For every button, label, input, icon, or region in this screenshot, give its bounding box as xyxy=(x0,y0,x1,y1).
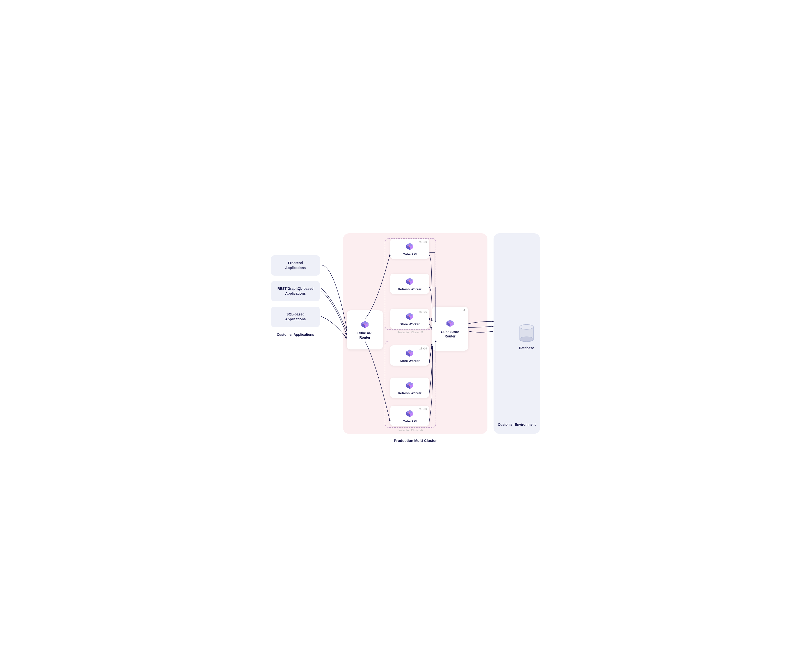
cube-api-router-box: Cube APIRouter xyxy=(347,311,383,350)
svg-point-43 xyxy=(520,324,533,329)
c2-refresh-name: Refresh Worker xyxy=(398,391,422,395)
c2-cube-api-scale: x2-x10 xyxy=(419,408,427,410)
c1-cube-api-name: Cube API xyxy=(402,252,416,256)
c1-store-scale: x2-x16 xyxy=(419,311,427,313)
c2-refresh-icon xyxy=(405,381,414,390)
cube-api-router-label: Cube APIRouter xyxy=(357,331,373,339)
sql-app-box: SQL-basedApplications xyxy=(271,307,320,327)
c2-store-name: Store Worker xyxy=(400,359,419,363)
c2-store-card: x2-x16 Store Worker xyxy=(390,345,429,366)
c2-store-icon xyxy=(405,349,414,358)
cluster-1-label: Production Cluster #1 xyxy=(397,331,423,334)
c2-cube-api-card: x2-x10 Cube API xyxy=(390,406,429,426)
c1-store-card: x2-x16 Store Worker xyxy=(390,309,429,329)
svg-point-42 xyxy=(520,337,533,342)
customer-apps-label: Customer Applications xyxy=(271,333,320,336)
c1-refresh-icon xyxy=(405,277,414,286)
c2-refresh-card: Refresh Worker xyxy=(390,378,429,398)
c1-refresh-name: Refresh Worker xyxy=(398,287,422,291)
cluster-2-label: Production Cluster #2 xyxy=(397,429,423,432)
cube-api-router-icon xyxy=(360,320,369,329)
c2-store-scale: x2-x16 xyxy=(419,347,427,350)
c1-refresh-card: Refresh Worker xyxy=(390,274,429,294)
c1-cube-api-icon xyxy=(405,242,414,251)
c2-cube-api-icon xyxy=(405,409,414,418)
c1-cube-api-scale: x2-x10 xyxy=(419,241,427,243)
c2-cube-api-name: Cube API xyxy=(402,419,416,423)
diagram-container: FrontendApplications REST/GraphQL-basedA… xyxy=(271,226,540,446)
customer-apps-section: FrontendApplications REST/GraphQL-basedA… xyxy=(271,255,320,336)
database-label: Database xyxy=(519,346,534,350)
cube-store-router-label: Cube StoreRouter xyxy=(441,330,459,338)
c1-store-name: Store Worker xyxy=(400,322,419,326)
c1-cube-api-card: x2-x10 Cube API xyxy=(390,239,429,259)
cube-store-router-box: x2 Cube StoreRouter xyxy=(432,307,468,351)
cube-store-router-scale: x2 xyxy=(463,309,465,312)
database-container: Database xyxy=(518,322,535,350)
database-icon xyxy=(518,322,535,344)
customer-env-label: Customer Environment xyxy=(498,423,536,426)
production-label: Production Multi-Cluster xyxy=(394,438,437,443)
frontend-app-box: FrontendApplications xyxy=(271,255,320,276)
rest-graphql-app-box: REST/GraphQL-basedApplications xyxy=(271,281,320,301)
cube-store-router-icon xyxy=(446,319,455,328)
c1-store-icon xyxy=(405,312,414,321)
